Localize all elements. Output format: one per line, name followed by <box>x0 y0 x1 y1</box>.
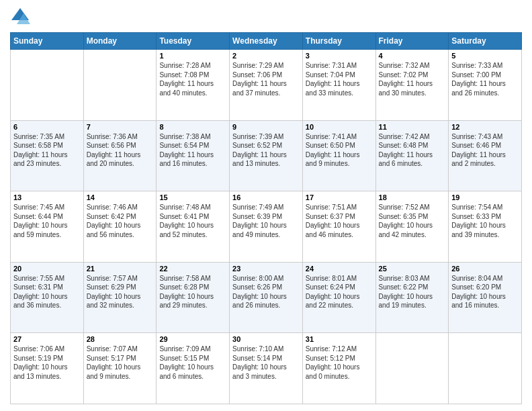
day-info: Sunrise: 8:04 AM Sunset: 6:20 PM Dayligh… <box>451 274 519 310</box>
day-cell: 27Sunrise: 7:06 AM Sunset: 5:19 PM Dayli… <box>11 333 84 404</box>
day-number: 12 <box>451 123 519 131</box>
header <box>10 7 522 27</box>
day-cell: 4Sunrise: 7:32 AM Sunset: 7:02 PM Daylig… <box>375 50 449 121</box>
day-cell: 11Sunrise: 7:42 AM Sunset: 6:48 PM Dayli… <box>375 120 449 191</box>
day-info: Sunrise: 7:42 AM Sunset: 6:48 PM Dayligh… <box>379 132 446 169</box>
day-number: 25 <box>379 265 446 273</box>
day-info: Sunrise: 7:12 AM Sunset: 5:12 PM Dayligh… <box>306 345 373 381</box>
logo <box>10 7 33 27</box>
day-cell: 6Sunrise: 7:35 AM Sunset: 6:58 PM Daylig… <box>11 120 84 191</box>
day-number: 27 <box>13 335 81 343</box>
day-cell: 16Sunrise: 7:49 AM Sunset: 6:39 PM Dayli… <box>230 191 303 263</box>
day-cell <box>375 333 449 404</box>
day-cell: 29Sunrise: 7:09 AM Sunset: 5:15 PM Dayli… <box>157 333 230 404</box>
day-info: Sunrise: 7:57 AM Sunset: 6:29 PM Dayligh… <box>87 274 154 310</box>
day-info: Sunrise: 7:10 AM Sunset: 5:14 PM Dayligh… <box>232 345 300 381</box>
day-info: Sunrise: 7:09 AM Sunset: 5:15 PM Dayligh… <box>159 345 226 381</box>
day-number: 19 <box>451 193 519 201</box>
day-number: 10 <box>306 123 373 131</box>
day-cell: 22Sunrise: 7:58 AM Sunset: 6:28 PM Dayli… <box>157 262 230 333</box>
day-cell: 18Sunrise: 7:52 AM Sunset: 6:35 PM Dayli… <box>375 191 449 263</box>
day-cell: 13Sunrise: 7:45 AM Sunset: 6:44 PM Dayli… <box>11 191 84 263</box>
day-cell <box>11 50 84 121</box>
day-cell: 9Sunrise: 7:39 AM Sunset: 6:52 PM Daylig… <box>230 120 303 191</box>
day-cell: 30Sunrise: 7:10 AM Sunset: 5:14 PM Dayli… <box>230 333 303 404</box>
week-row-1: 1Sunrise: 7:28 AM Sunset: 7:08 PM Daylig… <box>11 50 522 121</box>
day-info: Sunrise: 7:28 AM Sunset: 7:08 PM Dayligh… <box>159 61 226 97</box>
week-row-5: 27Sunrise: 7:06 AM Sunset: 5:19 PM Dayli… <box>11 333 522 404</box>
col-header-monday: Monday <box>83 33 157 50</box>
day-info: Sunrise: 7:39 AM Sunset: 6:52 PM Dayligh… <box>232 132 300 169</box>
day-info: Sunrise: 7:55 AM Sunset: 6:31 PM Dayligh… <box>13 274 81 310</box>
day-cell: 12Sunrise: 7:43 AM Sunset: 6:46 PM Dayli… <box>449 120 522 191</box>
col-header-saturday: Saturday <box>449 33 522 50</box>
day-cell: 31Sunrise: 7:12 AM Sunset: 5:12 PM Dayli… <box>302 333 375 404</box>
day-cell: 2Sunrise: 7:29 AM Sunset: 7:06 PM Daylig… <box>230 50 303 121</box>
day-info: Sunrise: 7:35 AM Sunset: 6:58 PM Dayligh… <box>13 132 81 169</box>
day-cell: 23Sunrise: 8:00 AM Sunset: 6:26 PM Dayli… <box>230 262 303 333</box>
day-number: 3 <box>306 52 373 60</box>
week-row-2: 6Sunrise: 7:35 AM Sunset: 6:58 PM Daylig… <box>11 120 522 191</box>
day-info: Sunrise: 7:51 AM Sunset: 6:37 PM Dayligh… <box>306 203 373 239</box>
day-number: 29 <box>159 335 226 343</box>
day-cell: 24Sunrise: 8:01 AM Sunset: 6:24 PM Dayli… <box>302 262 375 333</box>
day-cell: 5Sunrise: 7:33 AM Sunset: 7:00 PM Daylig… <box>449 50 522 121</box>
day-number: 31 <box>306 335 373 343</box>
day-cell: 19Sunrise: 7:54 AM Sunset: 6:33 PM Dayli… <box>449 191 522 263</box>
day-info: Sunrise: 7:48 AM Sunset: 6:41 PM Dayligh… <box>159 203 226 239</box>
day-cell: 25Sunrise: 8:03 AM Sunset: 6:22 PM Dayli… <box>375 262 449 333</box>
day-number: 11 <box>379 123 446 131</box>
week-row-4: 20Sunrise: 7:55 AM Sunset: 6:31 PM Dayli… <box>11 262 522 333</box>
day-number: 2 <box>232 52 300 60</box>
day-number: 14 <box>87 193 154 201</box>
day-info: Sunrise: 7:43 AM Sunset: 6:46 PM Dayligh… <box>451 132 519 169</box>
day-number: 30 <box>232 335 300 343</box>
logo-icon <box>10 7 30 27</box>
day-number: 23 <box>232 265 300 273</box>
col-header-tuesday: Tuesday <box>157 33 230 50</box>
col-header-sunday: Sunday <box>11 33 84 50</box>
day-info: Sunrise: 7:06 AM Sunset: 5:19 PM Dayligh… <box>13 345 81 381</box>
day-info: Sunrise: 7:32 AM Sunset: 7:02 PM Dayligh… <box>379 61 446 97</box>
week-row-3: 13Sunrise: 7:45 AM Sunset: 6:44 PM Dayli… <box>11 191 522 263</box>
day-info: Sunrise: 7:41 AM Sunset: 6:50 PM Dayligh… <box>306 132 373 169</box>
day-cell: 20Sunrise: 7:55 AM Sunset: 6:31 PM Dayli… <box>11 262 84 333</box>
day-info: Sunrise: 7:29 AM Sunset: 7:06 PM Dayligh… <box>232 61 300 97</box>
day-cell: 3Sunrise: 7:31 AM Sunset: 7:04 PM Daylig… <box>302 50 375 121</box>
day-number: 26 <box>451 265 519 273</box>
day-cell <box>83 50 157 121</box>
day-number: 17 <box>306 193 373 201</box>
day-number: 13 <box>13 193 81 201</box>
day-number: 6 <box>13 123 81 131</box>
day-info: Sunrise: 7:46 AM Sunset: 6:42 PM Dayligh… <box>87 203 154 239</box>
day-number: 8 <box>159 123 226 131</box>
day-cell: 17Sunrise: 7:51 AM Sunset: 6:37 PM Dayli… <box>302 191 375 263</box>
day-cell: 15Sunrise: 7:48 AM Sunset: 6:41 PM Dayli… <box>157 191 230 263</box>
day-cell <box>449 333 522 404</box>
day-cell: 26Sunrise: 8:04 AM Sunset: 6:20 PM Dayli… <box>449 262 522 333</box>
day-info: Sunrise: 7:07 AM Sunset: 5:17 PM Dayligh… <box>87 345 154 381</box>
day-cell: 28Sunrise: 7:07 AM Sunset: 5:17 PM Dayli… <box>83 333 157 404</box>
day-cell: 14Sunrise: 7:46 AM Sunset: 6:42 PM Dayli… <box>83 191 157 263</box>
day-number: 24 <box>306 265 373 273</box>
day-cell: 7Sunrise: 7:36 AM Sunset: 6:56 PM Daylig… <box>83 120 157 191</box>
day-cell: 10Sunrise: 7:41 AM Sunset: 6:50 PM Dayli… <box>302 120 375 191</box>
header-row: SundayMondayTuesdayWednesdayThursdayFrid… <box>11 33 522 50</box>
day-info: Sunrise: 7:31 AM Sunset: 7:04 PM Dayligh… <box>306 61 373 97</box>
day-info: Sunrise: 7:49 AM Sunset: 6:39 PM Dayligh… <box>232 203 300 239</box>
day-info: Sunrise: 7:33 AM Sunset: 7:00 PM Dayligh… <box>451 61 519 97</box>
day-number: 4 <box>379 52 446 60</box>
page: SundayMondayTuesdayWednesdayThursdayFrid… <box>0 0 532 411</box>
calendar-table: SundayMondayTuesdayWednesdayThursdayFrid… <box>10 32 522 404</box>
day-info: Sunrise: 7:54 AM Sunset: 6:33 PM Dayligh… <box>451 203 519 239</box>
day-info: Sunrise: 7:52 AM Sunset: 6:35 PM Dayligh… <box>379 203 446 239</box>
day-number: 22 <box>159 265 226 273</box>
day-cell: 1Sunrise: 7:28 AM Sunset: 7:08 PM Daylig… <box>157 50 230 121</box>
day-info: Sunrise: 8:00 AM Sunset: 6:26 PM Dayligh… <box>232 274 300 310</box>
day-number: 16 <box>232 193 300 201</box>
day-info: Sunrise: 8:01 AM Sunset: 6:24 PM Dayligh… <box>306 274 373 310</box>
day-info: Sunrise: 8:03 AM Sunset: 6:22 PM Dayligh… <box>379 274 446 310</box>
day-number: 15 <box>159 193 226 201</box>
day-number: 20 <box>13 265 81 273</box>
day-cell: 21Sunrise: 7:57 AM Sunset: 6:29 PM Dayli… <box>83 262 157 333</box>
